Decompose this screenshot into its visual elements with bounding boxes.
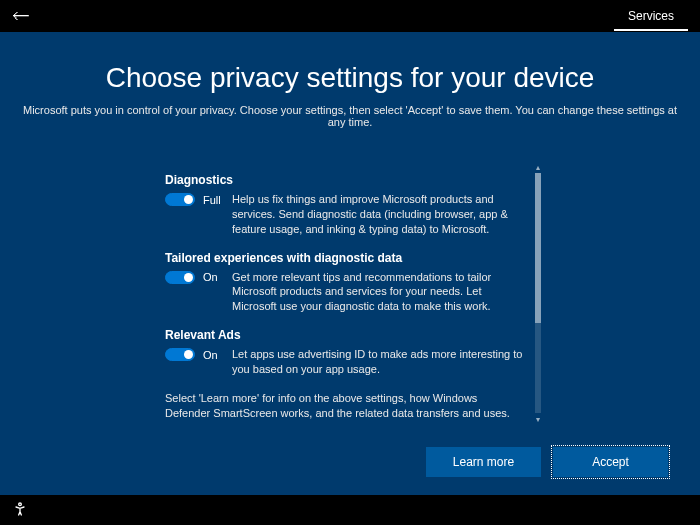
toggle-ads-state: On — [203, 349, 218, 361]
scroll-up-icon[interactable]: ▴ — [533, 163, 543, 171]
setting-diagnostics-title: Diagnostics — [165, 173, 525, 187]
setting-tailored-desc: Get more relevant tips and recommendatio… — [232, 270, 525, 315]
scroll-down-icon[interactable]: ▾ — [533, 415, 543, 423]
learn-more-button[interactable]: Learn more — [426, 447, 541, 477]
page-title: Choose privacy settings for your device — [0, 62, 700, 94]
toggle-tailored-state: On — [203, 271, 218, 283]
toggle-diagnostics-state: Full — [203, 194, 221, 206]
scrollbar-thumb[interactable] — [535, 173, 541, 323]
back-arrow-icon[interactable]: 🡐 — [12, 6, 30, 27]
setting-ads: Relevant Ads On Let apps use advertising… — [165, 328, 525, 377]
toggle-ads[interactable] — [165, 348, 195, 361]
svg-point-0 — [19, 503, 22, 506]
setting-ads-desc: Let apps use advertising ID to make ads … — [232, 347, 525, 377]
page-subtitle: Microsoft puts you in control of your pr… — [0, 104, 700, 128]
accessibility-icon[interactable] — [12, 501, 28, 520]
settings-list: ▴ ▾ Diagnostics Full Help us fix things … — [165, 173, 535, 420]
bottom-bar — [0, 495, 700, 525]
setting-diagnostics-desc: Help us fix things and improve Microsoft… — [232, 192, 525, 237]
toggle-diagnostics[interactable] — [165, 193, 195, 206]
tab-services[interactable]: Services — [614, 1, 688, 31]
main-panel: Choose privacy settings for your device … — [0, 32, 700, 495]
setting-ads-title: Relevant Ads — [165, 328, 525, 342]
setting-tailored-title: Tailored experiences with diagnostic dat… — [165, 251, 525, 265]
settings-footer-note: Select 'Learn more' for info on the abov… — [165, 391, 525, 421]
accept-button[interactable]: Accept — [553, 447, 668, 477]
top-bar: 🡐 Services — [0, 0, 700, 32]
button-row: Learn more Accept — [426, 447, 668, 477]
setting-tailored: Tailored experiences with diagnostic dat… — [165, 251, 525, 315]
toggle-tailored[interactable] — [165, 271, 195, 284]
setting-diagnostics: Diagnostics Full Help us fix things and … — [165, 173, 525, 237]
